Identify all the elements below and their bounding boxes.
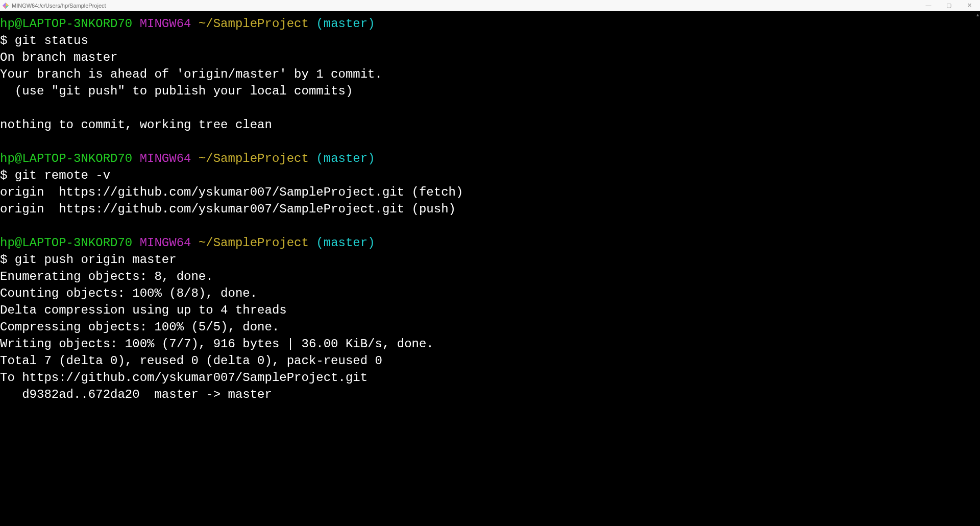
out-1-1: On branch master xyxy=(0,51,117,64)
out-3-5: Writing objects: 100% (7/7), 916 bytes |… xyxy=(0,337,434,351)
svg-marker-2 xyxy=(6,6,9,9)
prompt-path: ~/SampleProject xyxy=(199,17,309,31)
minimize-button[interactable]: ― xyxy=(923,2,934,9)
out-3-7: To https://github.com/yskumar007/SampleP… xyxy=(0,371,368,385)
cmd-2: git remote -v xyxy=(15,169,110,182)
out-1-3: (use "git push" to publish your local co… xyxy=(0,84,353,98)
out-3-4: Compressing objects: 100% (5/5), done. xyxy=(0,320,279,334)
prompt-user-host: hp@LAPTOP-3NKORD70 xyxy=(0,17,132,31)
maximize-button[interactable]: ▢ xyxy=(943,2,954,9)
vertical-scrollbar[interactable]: ▴ xyxy=(975,11,980,526)
out-1-2: Your branch is ahead of 'origin/master' … xyxy=(0,67,382,81)
out-2-1: origin https://github.com/yskumar007/Sam… xyxy=(0,185,463,199)
prompt-env: MINGW64 xyxy=(140,236,191,250)
prompt-path: ~/SampleProject xyxy=(199,236,309,250)
out-2-2: origin https://github.com/yskumar007/Sam… xyxy=(0,202,456,216)
prompt-branch: (master) xyxy=(316,236,375,250)
prompt-branch: (master) xyxy=(316,17,375,31)
scrollbar-up-arrow-icon[interactable]: ▴ xyxy=(975,11,980,18)
cmd-1: git status xyxy=(15,34,88,47)
out-3-3: Delta compression using up to 4 threads xyxy=(0,303,287,317)
cmd-3: git push origin master xyxy=(15,253,177,267)
out-3-8: d9382ad..672da20 master -> master xyxy=(0,388,272,401)
prompt-branch: (master) xyxy=(316,152,375,165)
out-3-6: Total 7 (delta 0), reused 0 (delta 0), p… xyxy=(0,354,382,368)
svg-marker-3 xyxy=(3,6,6,9)
svg-marker-1 xyxy=(6,2,9,5)
prompt-user-host: hp@LAPTOP-3NKORD70 xyxy=(0,152,132,165)
close-button[interactable]: ✕ xyxy=(964,2,975,9)
prompt-user-host: hp@LAPTOP-3NKORD70 xyxy=(0,236,132,250)
window-title: MINGW64:/c/Users/hp/SampleProject xyxy=(12,3,923,9)
terminal-output[interactable]: hp@LAPTOP-3NKORD70 MINGW64 ~/SampleProje… xyxy=(0,11,975,526)
app-icon xyxy=(2,2,9,9)
prompt-sigil: $ xyxy=(0,253,7,267)
prompt-env: MINGW64 xyxy=(140,152,191,165)
out-3-2: Counting objects: 100% (8/8), done. xyxy=(0,286,257,300)
prompt-sigil: $ xyxy=(0,169,7,182)
prompt-env: MINGW64 xyxy=(140,17,191,31)
out-1-5: nothing to commit, working tree clean xyxy=(0,118,272,132)
prompt-path: ~/SampleProject xyxy=(199,152,309,165)
window-titlebar: MINGW64:/c/Users/hp/SampleProject ― ▢ ✕ xyxy=(0,0,980,11)
prompt-sigil: $ xyxy=(0,34,7,47)
terminal-container: hp@LAPTOP-3NKORD70 MINGW64 ~/SampleProje… xyxy=(0,11,980,526)
window-controls: ― ▢ ✕ xyxy=(923,2,975,9)
out-3-1: Enumerating objects: 8, done. xyxy=(0,270,213,283)
